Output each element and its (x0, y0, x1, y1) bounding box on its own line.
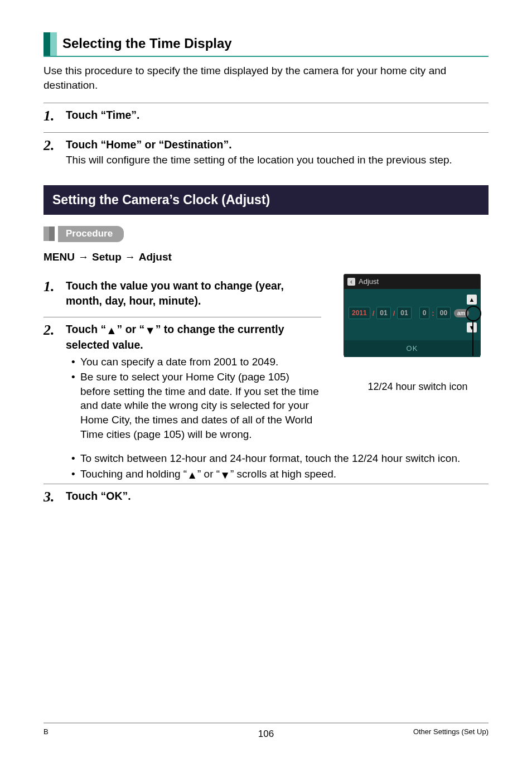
up-triangle-icon: ▲ (106, 323, 117, 337)
slash: / (393, 308, 395, 319)
bullet-item: Touching and holding “▲” or “▼” scrolls … (74, 467, 489, 483)
camera-screenshot: ‹ Adjust 2011 / 01 / 01 0 : 00 am ▲ ▼ (344, 274, 489, 393)
menu-breadcrumb: MENU → Setup → Adjust (43, 250, 489, 264)
procedure-pill: Procedure (58, 226, 124, 242)
crumb-menu: MENU (43, 250, 75, 264)
section-heading-time-display: Selecting the Time Display (43, 32, 489, 57)
step-number: 2. (43, 137, 66, 167)
page-footer: B 106 Other Settings (Set Up) (43, 722, 489, 737)
bullet-item: Be sure to select your Home City (page 1… (74, 370, 321, 441)
step-number: 1. (43, 108, 66, 123)
minute-box[interactable]: 00 (437, 307, 451, 319)
section-bar-adjust: Setting the Camera’s Clock (Adjust) (43, 185, 489, 215)
month-box[interactable]: 01 (376, 307, 390, 319)
crumb-setup: Setup (92, 250, 122, 264)
step-number: 2. (43, 322, 66, 442)
step-subtext: This will configure the time setting of … (66, 153, 489, 167)
ok-button[interactable]: OK (344, 340, 480, 357)
page-number: 106 (258, 728, 274, 741)
down-triangle-icon: ▼ (144, 323, 155, 337)
arrow-icon: → (78, 250, 89, 264)
step-1: 1. Touch “Time”. (43, 103, 489, 132)
bullet-item: To switch between 12-hour and 24-hour fo… (74, 451, 489, 466)
value-down-button[interactable]: ▼ (467, 322, 477, 332)
procedure-label-row: Procedure (43, 226, 489, 242)
date-row: 2011 / 01 / 01 0 : 00 am (349, 307, 469, 319)
step-title: Touch “OK”. (66, 489, 489, 503)
adjust-step-3: 3. Touch “OK”. (43, 484, 489, 513)
step-title: Touch the value you want to change (year… (66, 278, 321, 308)
cam-titlebar: ‹ Adjust (344, 274, 480, 289)
day-box[interactable]: 01 (397, 307, 411, 319)
crumb-adjust: Adjust (139, 250, 172, 264)
value-up-button[interactable]: ▲ (467, 295, 477, 305)
adjust-step-1: 1. Touch the value you want to change (y… (43, 274, 321, 317)
year-box[interactable]: 2011 (349, 307, 370, 319)
intro-paragraph: Use this procedure to specify the time d… (43, 64, 489, 92)
step-2: 2. Touch “Home” or “Destination”. This w… (43, 132, 489, 176)
adjust-step-2: 2. Touch “▲” or “▼” to change the curren… (43, 317, 321, 451)
step-title: Touch “▲” or “▼” to change the currently… (66, 322, 321, 353)
footer-right: Other Settings (Set Up) (413, 727, 489, 737)
step-number: 1. (43, 278, 66, 308)
heading-text: Selecting the Time Display (62, 32, 232, 56)
back-icon[interactable]: ‹ (347, 278, 355, 286)
up-triangle-icon: ▲ (187, 468, 197, 483)
cam-title: Adjust (359, 277, 379, 287)
hour-box[interactable]: 0 (419, 307, 430, 319)
slash: / (373, 308, 375, 319)
step-title: Touch “Home” or “Destination”. (66, 137, 489, 152)
bullet-item: You can specify a date from 2001 to 2049… (74, 355, 321, 369)
arrow-icon: → (125, 250, 136, 264)
step-number: 3. (43, 489, 66, 504)
footer-left: B (43, 727, 49, 737)
screenshot-caption: 12/24 hour switch icon (344, 380, 489, 393)
callout-line (472, 321, 473, 356)
heading-accent-bars (43, 32, 57, 56)
step-title: Touch “Time”. (66, 108, 489, 122)
down-triangle-icon: ▼ (220, 468, 230, 483)
colon: : (432, 308, 434, 319)
